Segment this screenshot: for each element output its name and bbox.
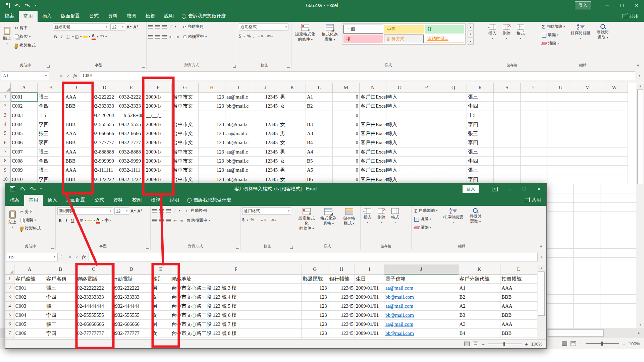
cell-W2[interactable] [601, 102, 628, 111]
cell-P4[interactable] [413, 120, 440, 129]
cell-B6[interactable]: 張三 [45, 320, 76, 329]
col-header-L[interactable]: L [306, 83, 333, 93]
row-header-5[interactable]: 5 [0, 129, 11, 138]
cell-B7[interactable]: 李四 [45, 329, 76, 338]
increase-font-icon[interactable]: A▲ [130, 208, 136, 214]
format-painter-button[interactable]: 複製格式 [14, 42, 37, 49]
normal-view-icon[interactable] [562, 341, 567, 346]
bold-button[interactable]: B [57, 218, 63, 223]
cell-A5[interactable]: C004 [14, 311, 45, 320]
gallery-up-icon[interactable]: ▲ [468, 23, 474, 30]
cell-U3[interactable] [547, 111, 574, 120]
row-header-4[interactable]: 4 [5, 302, 14, 311]
cell-B5[interactable]: 張三 [38, 129, 64, 138]
cell-E2[interactable]: 男 [151, 284, 170, 293]
underline-button[interactable]: U [65, 34, 71, 40]
cell-Q1[interactable] [440, 93, 467, 102]
cell-F7[interactable]: 2009/1/ [145, 147, 172, 157]
redo-icon[interactable]: ↷▾ [25, 3, 31, 8]
save-icon[interactable] [5, 3, 10, 8]
insert-cells-button[interactable]: ← 插入▾ [487, 23, 498, 41]
cell-G8[interactable]: 台中市文 [172, 157, 199, 166]
cell-I6[interactable]: 2009/01/01 [355, 320, 384, 329]
cell-I7[interactable]: aa@mail.c [225, 147, 252, 157]
cell-M3[interactable]: 0 [333, 111, 360, 120]
row-header-7[interactable]: 7 [0, 147, 11, 157]
align-center-icon[interactable] [155, 35, 160, 39]
conditional-formatting-button[interactable]: 設定格式化的條件 ▾ [293, 23, 317, 43]
autosum-button[interactable]: Σ 自動加總 ▾ [413, 207, 438, 214]
cell-S7[interactable] [494, 147, 521, 157]
cell-I1[interactable]: aa@mail.c [225, 93, 252, 102]
cell-Q3[interactable] [440, 111, 467, 120]
cell-Q6[interactable] [440, 138, 467, 147]
cell-F4[interactable]: 2009/1/ [145, 120, 172, 129]
cell-E1[interactable]: 0932-2222 [118, 93, 145, 102]
decrease-decimal-icon[interactable]: .00→ [269, 218, 278, 222]
cell-C7[interactable]: 02-77777777 [76, 329, 112, 338]
dialog-launcher-icon[interactable] [290, 246, 293, 249]
cell-A8[interactable]: C008 [11, 157, 38, 166]
cell-E3[interactable]: 9.52E+08 [118, 111, 145, 120]
cell-E4[interactable]: 0932-5555 [118, 120, 145, 129]
cell-B3[interactable]: 李四 [45, 293, 76, 302]
underline-button[interactable]: U [70, 218, 75, 223]
find-select-button[interactable]: 尋找與選取 ▾ [595, 23, 610, 41]
cell-V6[interactable] [574, 138, 601, 147]
cell-R3[interactable]: 王5 [467, 111, 494, 120]
tab-8[interactable]: 檢視 [146, 195, 165, 206]
cell-C6[interactable]: 02-66666666 [76, 320, 112, 329]
cell-C7[interactable]: AAA [64, 147, 91, 157]
cell-J1[interactable]: 電子信箱 [384, 275, 459, 284]
tab-5[interactable]: 公式 [85, 11, 103, 22]
cell-T3[interactable] [521, 111, 547, 120]
cell-S5[interactable] [494, 129, 521, 138]
cell-A7[interactable]: C006 [14, 329, 45, 338]
align-top-icon[interactable] [152, 209, 157, 213]
fill-button[interactable]: ↓ 填滿▾ [413, 216, 438, 222]
cell-F8[interactable]: 2009/1/ [145, 157, 172, 166]
col-header-A[interactable]: A [14, 264, 45, 275]
cell-D1[interactable]: 02-222222 [91, 93, 118, 102]
cell-P5[interactable] [413, 129, 440, 138]
cell-L3[interactable]: BBB [500, 293, 537, 302]
cell-W10[interactable] [601, 175, 628, 184]
increase-indent-icon[interactable]: ⇥ [175, 35, 179, 39]
cell-M7[interactable]: 0 [333, 147, 360, 157]
share-button[interactable]: 共用 [617, 13, 644, 22]
insert-cells-button[interactable]: ← 插入▾ [362, 207, 373, 225]
cell-D5[interactable]: 02-666666 [91, 129, 118, 138]
zoom-out-icon[interactable]: − [482, 341, 485, 347]
cell-N3[interactable] [360, 111, 386, 120]
decrease-font-icon[interactable]: A▼ [137, 208, 143, 214]
cell-Q7[interactable] [440, 147, 467, 157]
cell-L4[interactable]: B3 [306, 120, 333, 129]
fill-button[interactable]: ↓ 填滿▾ [541, 32, 566, 38]
cell-G6[interactable]: 123 [302, 320, 328, 329]
cell-U1[interactable] [547, 93, 574, 102]
style-good[interactable]: 好 [425, 25, 464, 34]
cell-G1[interactable]: 郵遞區號 [302, 275, 328, 284]
cell-P9[interactable] [413, 166, 440, 175]
cell-A4[interactable]: C004 [11, 120, 38, 129]
cell-K3[interactable] [279, 111, 306, 120]
cell-R2[interactable]: 李四 [467, 102, 494, 111]
cell-N5[interactable]: 客戶由Excel轉入 [360, 129, 386, 138]
cell-styles-button[interactable]: 儲存格樣式 ▾ [339, 207, 359, 227]
cell-L7[interactable]: A4 [306, 147, 333, 157]
cell-G3[interactable] [172, 111, 199, 120]
cell-M5[interactable]: 0 [333, 129, 360, 138]
decrease-font-icon[interactable]: A▼ [133, 24, 139, 29]
style-medium[interactable]: 中等 [384, 25, 424, 34]
align-left-icon[interactable] [148, 35, 153, 39]
cell-G3[interactable]: 123 [302, 293, 328, 302]
copy-button[interactable]: 複製 ▾ [19, 217, 42, 223]
sign-in-button[interactable]: 登入 [575, 1, 591, 9]
cell-R1[interactable]: 張三 [467, 93, 494, 102]
zoom-out-icon[interactable]: − [579, 341, 582, 347]
cell-F4[interactable]: 台中市文心路三段 123 號 5 樓 [170, 302, 302, 311]
cell-E3[interactable]: 女 [151, 293, 170, 302]
cell-D4[interactable]: 02-555555 [91, 120, 118, 129]
dialog-launcher-icon[interactable] [287, 65, 290, 68]
share-button[interactable]: 共用 [520, 197, 546, 206]
